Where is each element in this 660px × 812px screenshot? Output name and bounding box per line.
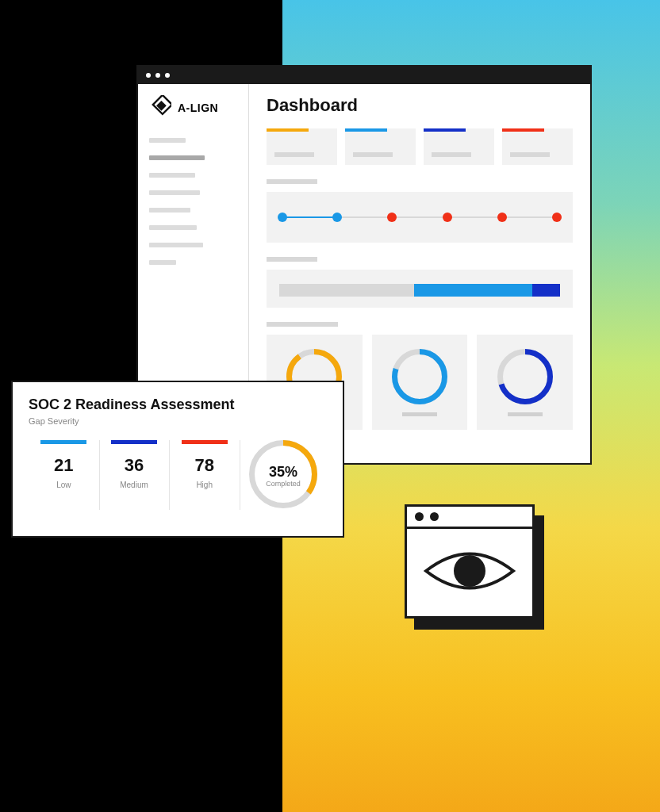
severity-metric-medium: 36Medium (99, 440, 170, 489)
donut-label-placeholder (402, 412, 437, 416)
stat-cards-row (267, 128, 573, 165)
progress-bar (279, 284, 560, 297)
sidebar-item[interactable] (149, 260, 176, 265)
svg-point-10 (454, 555, 485, 587)
severity-label: Low (32, 481, 96, 489)
traffic-dot-icon[interactable] (155, 73, 160, 78)
timeline-step-pending[interactable] (552, 213, 562, 222)
severity-label: High (172, 481, 236, 489)
donut-label-placeholder (508, 412, 543, 416)
completion-value: 35%Completed (266, 465, 301, 488)
timeline-progress (282, 216, 337, 218)
traffic-dot-icon[interactable] (415, 512, 424, 521)
sidebar-item[interactable] (149, 190, 200, 195)
timeline-card (267, 192, 573, 243)
eye-window-body (407, 529, 532, 616)
section-label (267, 257, 317, 262)
severity-metric-high: 78High (169, 440, 240, 489)
brand[interactable]: A-LIGN (149, 95, 237, 121)
timeline-step-pending[interactable] (497, 213, 507, 222)
stat-placeholder (432, 152, 471, 157)
eye-icon (423, 543, 516, 602)
brand-name: A-LIGN (178, 102, 218, 114)
stat-placeholder (274, 152, 314, 157)
soc2-metrics-row: 21Low36Medium78High35%Completed (29, 440, 327, 511)
traffic-dot-icon[interactable] (165, 73, 170, 78)
timeline-step-done[interactable] (332, 213, 342, 222)
sidebar-item[interactable] (149, 138, 186, 143)
progress-segment (279, 284, 414, 297)
section-label (267, 179, 317, 184)
stat-placeholder (353, 152, 393, 157)
section-label (267, 322, 338, 327)
stat-accent (345, 128, 387, 132)
sidebar-item-active[interactable] (149, 155, 205, 160)
sidebar-item[interactable] (149, 173, 195, 178)
donut-icon (497, 349, 553, 404)
severity-value: 21 (32, 455, 96, 476)
stat-card[interactable] (267, 128, 337, 165)
brand-logo-icon (149, 95, 171, 121)
stat-accent (502, 128, 544, 132)
timeline-step-pending[interactable] (443, 213, 452, 222)
soc2-readiness-card: SOC 2 Readiness Assessment Gap Severity … (11, 381, 344, 538)
sidebar-item[interactable] (149, 225, 197, 230)
eye-window (405, 504, 535, 619)
progress-segment (414, 284, 532, 297)
severity-bar (40, 440, 86, 444)
page-title: Dashboard (267, 95, 573, 116)
severity-value: 78 (172, 455, 236, 476)
stat-card[interactable] (345, 128, 416, 165)
severity-bar (111, 440, 157, 444)
stat-accent (424, 128, 466, 132)
timeline-step-done[interactable] (278, 213, 287, 222)
sidebar-item[interactable] (149, 208, 190, 213)
severity-label: Medium (102, 481, 167, 489)
window-titlebar[interactable] (138, 67, 590, 84)
severity-bar (182, 440, 228, 444)
timeline-track (282, 216, 557, 218)
soc2-subtitle: Gap Severity (29, 416, 327, 426)
progress-segment (532, 284, 560, 297)
soc2-title: SOC 2 Readiness Assessment (29, 396, 327, 413)
stat-card[interactable] (424, 128, 494, 165)
severity-value: 36 (102, 455, 167, 476)
donut-card[interactable] (477, 335, 573, 430)
timeline-step-pending[interactable] (387, 213, 397, 222)
stat-card[interactable] (502, 128, 573, 165)
traffic-dot-icon[interactable] (430, 512, 439, 521)
eye-window-titlebar[interactable] (407, 507, 532, 529)
progress-card (267, 270, 573, 308)
traffic-dot-icon[interactable] (146, 73, 151, 78)
completion-donut: 35%Completed (240, 440, 327, 511)
stat-accent (267, 128, 309, 132)
donut-card[interactable] (372, 335, 468, 430)
stat-placeholder (510, 152, 550, 157)
sidebar-item[interactable] (149, 243, 203, 247)
donut-icon (392, 349, 447, 404)
severity-metric-low: 21Low (29, 440, 99, 489)
